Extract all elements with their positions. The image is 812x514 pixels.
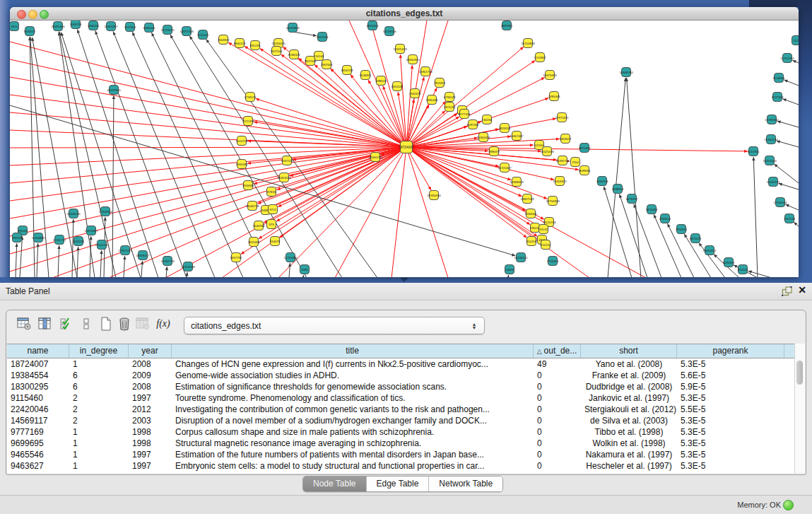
delete-table-icon[interactable] bbox=[117, 316, 132, 332]
table-cell: 0 bbox=[534, 449, 581, 460]
table-cell: 2008 bbox=[129, 381, 172, 392]
table-cell: 1997 bbox=[129, 449, 172, 460]
table-cell: 18300295 bbox=[7, 381, 69, 392]
table-cell: 1 bbox=[69, 449, 129, 460]
column-select-icon[interactable] bbox=[37, 316, 53, 332]
new-document-icon[interactable] bbox=[98, 316, 114, 332]
table-panel-body: f(x) citations_edges.txt ▲▼ namein_degre… bbox=[6, 310, 806, 475]
table-cell: 2012 bbox=[129, 404, 172, 415]
network-canvas[interactable]: 1821943557220691406209371910853261065326… bbox=[10, 21, 799, 277]
table-body: 1872400712008Changes of HCN gene express… bbox=[7, 358, 804, 472]
table-cell: 1 bbox=[69, 460, 129, 472]
table-cell: Franke et al. (2009) bbox=[581, 370, 677, 381]
graph-node-label: 1527602 bbox=[124, 25, 136, 29]
table-row[interactable]: 1456911722003Disruption of a novel membe… bbox=[7, 415, 804, 426]
graph-node-label: 1145194 bbox=[73, 240, 85, 243]
table-cell: Structural magnetic resonance image aver… bbox=[172, 438, 534, 449]
table-cell: 1 bbox=[69, 358, 129, 370]
table-select-dropdown[interactable]: citations_edges.txt ▲▼ bbox=[184, 317, 485, 334]
column-header-pagerank[interactable]: pagerank bbox=[677, 344, 784, 358]
table-row[interactable]: 1830029562008Estimation of significance … bbox=[7, 381, 804, 392]
graph-node-label: 11156869 bbox=[32, 236, 45, 240]
graph-node-label: 9777169 bbox=[459, 112, 471, 116]
tab-network-table[interactable]: Network Table bbox=[429, 477, 502, 491]
graph-node-label: 9146821 bbox=[360, 74, 372, 77]
function-builder-icon[interactable]: f(x) bbox=[155, 316, 171, 332]
table-cell: 1998 bbox=[129, 426, 172, 438]
graph-node-label: 1362615 bbox=[409, 92, 421, 95]
table-cell: Changes of HCN gene expression and I(f) … bbox=[172, 358, 534, 370]
graph-node-label: 13226055 bbox=[271, 42, 286, 45]
column-header-name[interactable]: name bbox=[7, 344, 69, 358]
tab-node-table[interactable]: Node Table bbox=[303, 477, 367, 491]
table-row[interactable]: 946554611997Estimation of the future num… bbox=[7, 449, 804, 460]
graph-node-label: 252254 bbox=[541, 243, 551, 247]
select-all-icon[interactable] bbox=[59, 316, 74, 332]
graph-node-label: 15751074 bbox=[780, 57, 794, 60]
graph-node-label: 1916685 bbox=[242, 184, 254, 187]
graph-node-label: 12342737 bbox=[52, 238, 66, 242]
table-cell: 0 bbox=[534, 392, 581, 404]
desktop-background bbox=[799, 0, 812, 283]
graph-node-label: 12505115 bbox=[95, 243, 109, 247]
graph-node-label: 9227343 bbox=[772, 95, 784, 99]
graph-node-label: 1990448 bbox=[426, 98, 438, 102]
graph-node-label: 20691406 bbox=[51, 25, 65, 28]
column-header-title[interactable]: title bbox=[172, 344, 534, 358]
table-cell: Corpus callosum shape and size in male p… bbox=[172, 426, 534, 438]
graph-node-label: 17359924 bbox=[98, 210, 112, 214]
table-row[interactable]: 1938455462009Genome-wide association stu… bbox=[7, 370, 804, 381]
graph-node-label: 16154808 bbox=[521, 42, 535, 45]
graph-node-label: 1965493 bbox=[236, 163, 248, 166]
table-cell: 5.3E-5 bbox=[677, 415, 784, 426]
table-row[interactable]: 969969511998Structural magnetic resonanc… bbox=[7, 438, 804, 449]
float-panel-icon[interactable] bbox=[782, 286, 792, 296]
graph-edge[interactable] bbox=[508, 275, 509, 277]
column-header-in_degree[interactable]: in_degree bbox=[69, 344, 129, 358]
graph-node-label: 10025438 bbox=[540, 150, 554, 153]
table-cell: 1 bbox=[69, 438, 129, 449]
memory-status-indicator-icon[interactable] bbox=[783, 500, 794, 510]
table-cell: 0 bbox=[534, 460, 581, 472]
panel-divider-grip[interactable] bbox=[400, 278, 408, 282]
graph-node-label: 2718126 bbox=[245, 95, 257, 99]
graph-edge[interactable] bbox=[303, 275, 304, 277]
clear-selection-icon[interactable] bbox=[78, 316, 94, 332]
graph-node-label: 6479197 bbox=[626, 197, 638, 201]
graph-node-label: 15720407 bbox=[498, 166, 512, 170]
table-cell: 9463627 bbox=[7, 460, 69, 472]
table-row[interactable]: 2242004622012Investigating the contribut… bbox=[7, 404, 804, 415]
tab-edge-table[interactable]: Edge Table bbox=[367, 477, 430, 491]
table-cell: Dudbridge et al. (2008) bbox=[581, 381, 677, 392]
table-cell: Estimation of the future numbers of pati… bbox=[172, 449, 534, 460]
table-row[interactable]: 977716911998Corpus callosum shape and si… bbox=[7, 426, 804, 438]
column-header-year[interactable]: year bbox=[129, 344, 172, 358]
graph-node-label: 9435572 bbox=[24, 30, 36, 33]
table-scrollbar[interactable] bbox=[794, 344, 805, 473]
graph-node-label: 20206556 bbox=[66, 212, 81, 216]
table-cell: 2 bbox=[69, 392, 129, 404]
table-row[interactable]: 911546021997Tourette syndrome. Phenomeno… bbox=[7, 392, 804, 404]
table-cell: 6 bbox=[69, 381, 129, 392]
graph-node-label: 746266 bbox=[482, 118, 493, 122]
table-select-value: citations_edges.txt bbox=[184, 321, 469, 331]
table-scrollbar-thumb[interactable] bbox=[796, 361, 803, 385]
column-header-short[interactable]: short bbox=[581, 344, 677, 358]
table-cell: Embryonic stem cells: a model to study s… bbox=[172, 460, 534, 472]
graph-node-label: 1388520 bbox=[375, 79, 387, 83]
table-row[interactable]: 1872400712008Changes of HCN gene express… bbox=[7, 358, 804, 370]
graph-node-label: 7986372 bbox=[488, 150, 500, 153]
table-cell: Hescheler et al. (1997) bbox=[581, 460, 677, 472]
graph-node-label: 1167533 bbox=[784, 217, 796, 221]
import-table-icon bbox=[135, 316, 151, 332]
table-row[interactable]: 946362711997Embryonic stem cells: a mode… bbox=[7, 460, 804, 472]
table-cell: 1997 bbox=[129, 460, 172, 472]
graph-node-label: 10807487 bbox=[510, 134, 524, 138]
graph-node-label: 18300295 bbox=[368, 156, 382, 159]
table-mode-icon[interactable] bbox=[16, 316, 32, 332]
column-header-out_de[interactable]: △out_de... bbox=[534, 344, 581, 358]
table-cell: Disruption of a novel member of a sodium… bbox=[172, 415, 534, 426]
table-cell: 0 bbox=[534, 404, 581, 415]
close-panel-icon[interactable]: ✕ bbox=[798, 284, 806, 296]
window-titlebar[interactable]: citations_edges.txt bbox=[10, 7, 799, 21]
